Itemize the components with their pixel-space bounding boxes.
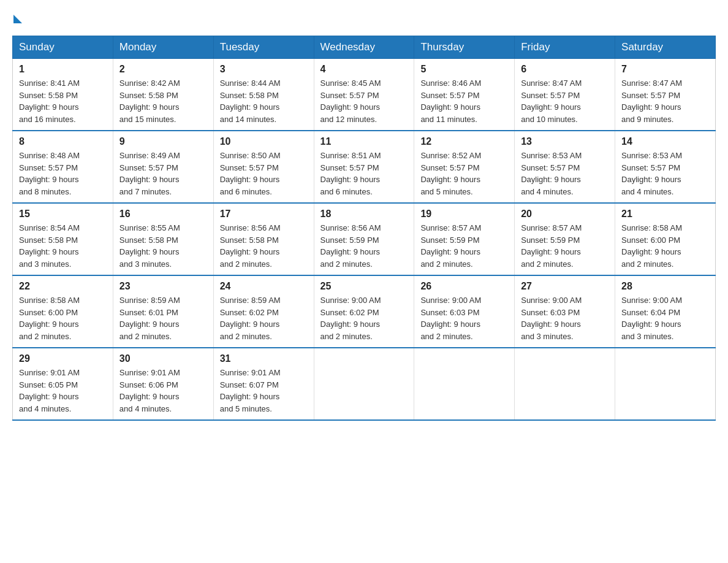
calendar-cell: 19 Sunrise: 8:57 AM Sunset: 5:59 PM Dayl… xyxy=(414,203,515,275)
day-number: 28 xyxy=(621,281,709,292)
calendar-cell: 13 Sunrise: 8:53 AM Sunset: 5:57 PM Dayl… xyxy=(515,131,615,203)
calendar-cell: 30 Sunrise: 9:01 AM Sunset: 6:06 PM Dayl… xyxy=(113,348,213,420)
calendar-cell xyxy=(515,348,615,420)
day-number: 20 xyxy=(521,209,609,220)
calendar-cell xyxy=(615,348,716,420)
calendar-cell xyxy=(314,348,414,420)
header-thursday: Thursday xyxy=(414,36,515,59)
calendar-cell: 9 Sunrise: 8:49 AM Sunset: 5:57 PM Dayli… xyxy=(113,131,213,203)
day-info: Sunrise: 8:59 AM Sunset: 6:02 PM Dayligh… xyxy=(220,294,308,342)
day-number: 27 xyxy=(521,281,609,292)
day-info: Sunrise: 8:49 AM Sunset: 5:57 PM Dayligh… xyxy=(119,150,207,197)
day-number: 5 xyxy=(420,64,508,75)
day-number: 4 xyxy=(320,64,408,75)
day-info: Sunrise: 8:47 AM Sunset: 5:57 PM Dayligh… xyxy=(521,77,609,125)
day-info: Sunrise: 8:45 AM Sunset: 5:57 PM Dayligh… xyxy=(320,77,408,125)
day-number: 26 xyxy=(420,281,508,292)
day-info: Sunrise: 9:01 AM Sunset: 6:07 PM Dayligh… xyxy=(220,367,308,415)
day-number: 10 xyxy=(220,136,308,147)
calendar-cell: 1 Sunrise: 8:41 AM Sunset: 5:58 PM Dayli… xyxy=(13,59,113,131)
logo-arrow-icon xyxy=(13,15,22,23)
calendar-cell: 7 Sunrise: 8:47 AM Sunset: 5:57 PM Dayli… xyxy=(615,59,716,131)
day-number: 11 xyxy=(320,136,408,147)
calendar-cell: 21 Sunrise: 8:58 AM Sunset: 6:00 PM Dayl… xyxy=(615,203,716,275)
day-info: Sunrise: 8:58 AM Sunset: 6:00 PM Dayligh… xyxy=(621,222,709,270)
day-number: 31 xyxy=(220,353,308,364)
day-info: Sunrise: 8:56 AM Sunset: 5:58 PM Dayligh… xyxy=(220,222,308,270)
calendar-cell: 12 Sunrise: 8:52 AM Sunset: 5:57 PM Dayl… xyxy=(414,131,515,203)
day-info: Sunrise: 8:55 AM Sunset: 5:58 PM Dayligh… xyxy=(119,222,207,270)
day-info: Sunrise: 9:00 AM Sunset: 6:03 PM Dayligh… xyxy=(420,294,508,342)
calendar-cell: 14 Sunrise: 8:53 AM Sunset: 5:57 PM Dayl… xyxy=(615,131,716,203)
day-info: Sunrise: 8:57 AM Sunset: 5:59 PM Dayligh… xyxy=(420,222,508,270)
calendar-cell: 4 Sunrise: 8:45 AM Sunset: 5:57 PM Dayli… xyxy=(314,59,414,131)
day-info: Sunrise: 8:50 AM Sunset: 5:57 PM Dayligh… xyxy=(220,150,308,197)
calendar-cell: 28 Sunrise: 9:00 AM Sunset: 6:04 PM Dayl… xyxy=(615,275,716,348)
day-number: 22 xyxy=(19,281,107,292)
header-sunday: Sunday xyxy=(13,36,113,59)
day-number: 23 xyxy=(119,281,207,292)
day-number: 9 xyxy=(119,136,207,147)
day-number: 13 xyxy=(521,136,609,147)
day-info: Sunrise: 9:00 AM Sunset: 6:04 PM Dayligh… xyxy=(621,294,709,342)
day-number: 7 xyxy=(621,64,709,75)
calendar-week-row: 15 Sunrise: 8:54 AM Sunset: 5:58 PM Dayl… xyxy=(13,203,716,275)
page-header xyxy=(12,12,716,23)
day-number: 25 xyxy=(320,281,408,292)
header-tuesday: Tuesday xyxy=(213,36,314,59)
day-number: 30 xyxy=(119,353,207,364)
day-info: Sunrise: 8:48 AM Sunset: 5:57 PM Dayligh… xyxy=(19,150,107,197)
header-monday: Monday xyxy=(113,36,213,59)
day-number: 29 xyxy=(19,353,107,364)
calendar-week-row: 1 Sunrise: 8:41 AM Sunset: 5:58 PM Dayli… xyxy=(13,59,716,131)
day-info: Sunrise: 8:44 AM Sunset: 5:58 PM Dayligh… xyxy=(220,77,308,125)
logo-line1 xyxy=(12,12,22,23)
calendar-table: SundayMondayTuesdayWednesdayThursdayFrid… xyxy=(12,36,716,421)
calendar-week-row: 8 Sunrise: 8:48 AM Sunset: 5:57 PM Dayli… xyxy=(13,131,716,203)
calendar-week-row: 29 Sunrise: 9:01 AM Sunset: 6:05 PM Dayl… xyxy=(13,348,716,420)
day-number: 16 xyxy=(119,209,207,220)
calendar-header-row: SundayMondayTuesdayWednesdayThursdayFrid… xyxy=(13,36,716,59)
header-friday: Friday xyxy=(515,36,615,59)
day-number: 24 xyxy=(220,281,308,292)
day-number: 3 xyxy=(220,64,308,75)
calendar-cell: 31 Sunrise: 9:01 AM Sunset: 6:07 PM Dayl… xyxy=(213,348,314,420)
day-info: Sunrise: 8:41 AM Sunset: 5:58 PM Dayligh… xyxy=(19,77,107,125)
calendar-cell: 25 Sunrise: 9:00 AM Sunset: 6:02 PM Dayl… xyxy=(314,275,414,348)
calendar-cell: 2 Sunrise: 8:42 AM Sunset: 5:58 PM Dayli… xyxy=(113,59,213,131)
day-number: 14 xyxy=(621,136,709,147)
calendar-cell: 5 Sunrise: 8:46 AM Sunset: 5:57 PM Dayli… xyxy=(414,59,515,131)
day-info: Sunrise: 9:01 AM Sunset: 6:05 PM Dayligh… xyxy=(19,367,107,415)
calendar-cell: 11 Sunrise: 8:51 AM Sunset: 5:57 PM Dayl… xyxy=(314,131,414,203)
day-number: 18 xyxy=(320,209,408,220)
day-info: Sunrise: 8:42 AM Sunset: 5:58 PM Dayligh… xyxy=(119,77,207,125)
day-info: Sunrise: 8:51 AM Sunset: 5:57 PM Dayligh… xyxy=(320,150,408,197)
calendar-cell: 22 Sunrise: 8:58 AM Sunset: 6:00 PM Dayl… xyxy=(13,275,113,348)
header-saturday: Saturday xyxy=(615,36,716,59)
calendar-cell: 20 Sunrise: 8:57 AM Sunset: 5:59 PM Dayl… xyxy=(515,203,615,275)
calendar-cell: 23 Sunrise: 8:59 AM Sunset: 6:01 PM Dayl… xyxy=(113,275,213,348)
day-number: 21 xyxy=(621,209,709,220)
day-number: 8 xyxy=(19,136,107,147)
day-number: 19 xyxy=(420,209,508,220)
day-info: Sunrise: 8:54 AM Sunset: 5:58 PM Dayligh… xyxy=(19,222,107,270)
calendar-cell: 16 Sunrise: 8:55 AM Sunset: 5:58 PM Dayl… xyxy=(113,203,213,275)
day-info: Sunrise: 8:57 AM Sunset: 5:59 PM Dayligh… xyxy=(521,222,609,270)
calendar-cell: 17 Sunrise: 8:56 AM Sunset: 5:58 PM Dayl… xyxy=(213,203,314,275)
logo xyxy=(12,12,22,23)
day-number: 2 xyxy=(119,64,207,75)
calendar-week-row: 22 Sunrise: 8:58 AM Sunset: 6:00 PM Dayl… xyxy=(13,275,716,348)
day-info: Sunrise: 9:01 AM Sunset: 6:06 PM Dayligh… xyxy=(119,367,207,415)
calendar-cell: 29 Sunrise: 9:01 AM Sunset: 6:05 PM Dayl… xyxy=(13,348,113,420)
calendar-cell: 24 Sunrise: 8:59 AM Sunset: 6:02 PM Dayl… xyxy=(213,275,314,348)
calendar-cell xyxy=(414,348,515,420)
day-number: 12 xyxy=(420,136,508,147)
day-number: 15 xyxy=(19,209,107,220)
day-info: Sunrise: 8:52 AM Sunset: 5:57 PM Dayligh… xyxy=(420,150,508,197)
day-info: Sunrise: 8:58 AM Sunset: 6:00 PM Dayligh… xyxy=(19,294,107,342)
day-info: Sunrise: 8:56 AM Sunset: 5:59 PM Dayligh… xyxy=(320,222,408,270)
day-info: Sunrise: 9:00 AM Sunset: 6:02 PM Dayligh… xyxy=(320,294,408,342)
day-number: 1 xyxy=(19,64,107,75)
calendar-cell: 6 Sunrise: 8:47 AM Sunset: 5:57 PM Dayli… xyxy=(515,59,615,131)
day-info: Sunrise: 8:47 AM Sunset: 5:57 PM Dayligh… xyxy=(621,77,709,125)
